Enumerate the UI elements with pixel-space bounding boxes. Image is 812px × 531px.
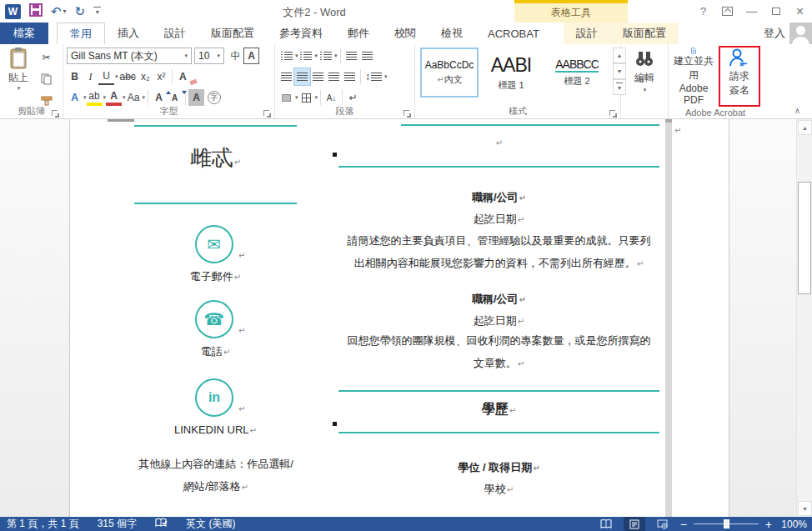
zoom-level[interactable]: 100% (779, 518, 807, 530)
print-layout-button[interactable] (624, 517, 645, 531)
help-button[interactable]: ? (691, 0, 715, 23)
align-right-icon (313, 73, 323, 81)
clear-formatting-button[interactable]: A (175, 68, 191, 85)
document-page[interactable]: 雌忒↵ ✉ ↵ 電子郵件↵ ☎ ↵ 電話↵ in ↵ LINKEDIN URL↵… (69, 119, 729, 517)
language-indicator[interactable]: 英文 (美國) (186, 517, 235, 531)
font-name-dropdown-icon[interactable]: ▾ (184, 53, 188, 59)
change-case-dropdown-icon[interactable]: ▾ (143, 94, 146, 101)
highlight-color-button[interactable]: ab (87, 89, 103, 106)
sort-button[interactable]: A↓ (323, 89, 339, 106)
tab-mailings[interactable]: 郵件 (335, 23, 382, 44)
styles-dialog-launcher[interactable] (609, 110, 615, 116)
page-indicator[interactable]: 第 1 頁，共 1 頁 (7, 517, 79, 531)
zoom-slider[interactable] (694, 517, 759, 531)
collapse-ribbon-button[interactable]: ∧ (794, 106, 800, 115)
enclose-characters-button[interactable]: 字 (208, 91, 221, 104)
style-heading1[interactable]: AABI 標題 1 (479, 48, 544, 98)
ribbon-display-options-button[interactable] (715, 0, 739, 23)
avatar[interactable] (789, 23, 812, 44)
tab-layout[interactable]: 版面配置 (198, 23, 267, 44)
font-size-dropdown-icon[interactable]: ▾ (217, 53, 220, 59)
undo-dropdown-icon[interactable]: ▾ (63, 8, 67, 15)
font-color-button[interactable]: A (106, 89, 122, 106)
tab-references[interactable]: 參考資料 (267, 23, 335, 44)
tab-view[interactable]: 檢視 (429, 23, 475, 44)
underline-button[interactable]: U (98, 68, 114, 85)
customize-qat-button[interactable]: ▾ (93, 7, 101, 16)
line-spacing-button[interactable]: ↕ (363, 68, 383, 85)
phonetic-guide-button[interactable]: 中 (228, 48, 243, 64)
undo-button[interactable]: ↶ ▾ (51, 5, 67, 18)
copy-button[interactable] (38, 71, 54, 88)
font-name-combo[interactable]: Gill Sans MT (本文) ▾ (67, 48, 192, 64)
tab-review[interactable]: 校閱 (382, 23, 429, 44)
tab-file[interactable]: 檔案 (0, 23, 48, 44)
show-marks-button[interactable]: ↵ (345, 89, 361, 106)
tab-design[interactable]: 設計 (152, 23, 198, 44)
borders-button[interactable] (298, 89, 314, 106)
tab-home[interactable]: 常用 (57, 23, 105, 44)
multilevel-list-button[interactable] (318, 48, 333, 64)
tab-insert[interactable]: 插入 (105, 23, 152, 44)
style-heading2-label: 標題 2 (564, 75, 589, 88)
zoom-slider-thumb[interactable] (724, 519, 729, 528)
scroll-down-button[interactable]: ▼ (798, 501, 812, 516)
tab-table-design[interactable]: 設計 (564, 23, 610, 44)
create-pdf-button[interactable]: 建立並共用 Adobe PDF (670, 48, 717, 106)
paste-button[interactable]: 貼上 ▾ (3, 48, 33, 108)
increase-indent-button[interactable] (359, 48, 375, 64)
clipboard-dialog-launcher[interactable] (52, 110, 58, 116)
italic-button[interactable]: I (83, 68, 98, 85)
text-effects-button[interactable]: A (67, 89, 83, 106)
font-dialog-launcher[interactable] (263, 110, 269, 116)
paragraph-dialog-launcher[interactable] (403, 110, 409, 116)
sign-in-link[interactable]: 登入 (764, 23, 785, 44)
distribute-button[interactable] (342, 68, 358, 85)
multilevel-dropdown-icon[interactable]: ▾ (334, 53, 338, 59)
decrease-indent-button[interactable] (343, 48, 359, 64)
tab-acrobat[interactable]: ACROBAT (475, 23, 552, 44)
styles-group-label: 樣式 (415, 105, 620, 118)
proofing-icon[interactable] (155, 518, 168, 531)
maximize-button[interactable] (764, 0, 788, 23)
word-count[interactable]: 315 個字 (98, 517, 137, 531)
editing-dropdown-icon[interactable]: ▾ (644, 87, 647, 93)
align-center-button[interactable] (294, 68, 310, 85)
numbering-button[interactable] (298, 48, 314, 64)
bullets-button[interactable] (278, 48, 294, 64)
scrollbar-thumb[interactable] (798, 182, 811, 294)
change-case-button[interactable]: Aa (126, 89, 142, 106)
character-border-button[interactable]: A (243, 48, 259, 64)
font-size-combo[interactable]: 10 ▾ (194, 48, 224, 64)
paste-dropdown-icon[interactable]: ▾ (18, 85, 21, 92)
align-right-button[interactable] (310, 68, 326, 85)
save-icon[interactable] (29, 3, 43, 19)
zoom-out-button[interactable]: − (680, 518, 687, 531)
character-shading-button[interactable]: A (188, 89, 204, 106)
minimize-button[interactable]: — (739, 0, 764, 23)
bold-button[interactable]: B (67, 68, 83, 85)
align-left-button[interactable] (278, 68, 294, 85)
tab-table-layout[interactable]: 版面配置 (610, 23, 679, 44)
redo-button[interactable]: ↻ (75, 5, 86, 18)
close-button[interactable]: × (788, 0, 812, 23)
borders-icon (302, 93, 311, 103)
cut-button[interactable]: ✂ (38, 49, 54, 66)
justify-button[interactable] (326, 68, 342, 85)
web-layout-button[interactable] (652, 517, 674, 531)
shading-button[interactable] (278, 89, 294, 106)
subscript-button[interactable]: x₂ (138, 68, 153, 85)
zoom-in-button[interactable]: + (765, 518, 772, 531)
grow-font-button[interactable]: A (151, 89, 167, 106)
strikethrough-button[interactable]: abc (118, 68, 138, 85)
scroll-up-button[interactable]: ▲ (798, 120, 812, 135)
read-mode-button[interactable] (595, 517, 617, 531)
style-normal[interactable]: AaBbCcDc ↵內文 (420, 48, 479, 98)
editing-button[interactable]: 編輯 ▾ (621, 51, 668, 93)
vertical-scrollbar[interactable]: ▲ ▼ (796, 119, 812, 517)
style-heading2[interactable]: AABBCC 標題 2 (544, 48, 610, 98)
shrink-font-button[interactable]: A (167, 89, 183, 106)
superscript-button[interactable]: x² (153, 68, 169, 85)
borders-dropdown-icon[interactable]: ▾ (315, 94, 318, 101)
line-spacing-dropdown-icon[interactable]: ▾ (384, 73, 388, 80)
